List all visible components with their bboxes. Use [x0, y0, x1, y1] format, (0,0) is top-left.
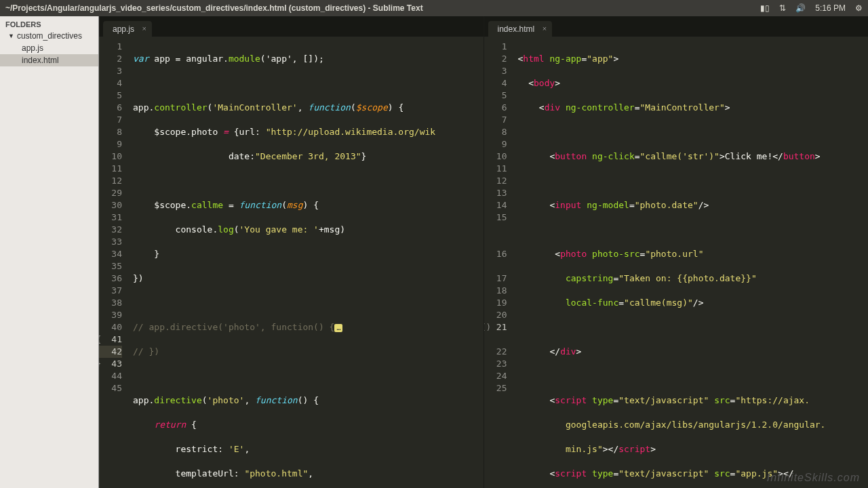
volume-icon: 🔊 [795, 3, 806, 13]
code-content-right[interactable]: <html ng-app="app"> <body> <div ng-contr… [515, 37, 869, 488]
editor-pane-left: app.js × 1 2 3 4 5 6 7 8 9 10 11 12 [99, 16, 484, 488]
code-content-left[interactable]: var app = angular.module('app', []); app… [130, 37, 484, 488]
tab-label: app.js [113, 24, 134, 34]
tabbar-left: app.js × [99, 16, 484, 37]
code-area-left[interactable]: 1 2 3 4 5 6 7 8 9 10 11 12 29 30 31 32 3 [99, 37, 484, 488]
watermark: InfiniteSkills.com [767, 472, 860, 484]
sidebar: FOLDERS ▼ custom_directives app.js index… [0, 16, 99, 488]
file-item-appjs[interactable]: app.js [0, 42, 98, 54]
tab-indexhtml[interactable]: index.html × [488, 21, 553, 37]
chevron-down-icon: ▼ [8, 33, 14, 39]
titlebar: ~/Projects/Angular/angularjs_video_serie… [0, 0, 868, 16]
folder-item[interactable]: ▼ custom_directives [0, 30, 98, 42]
battery-icon: ▮▯ [760, 3, 770, 13]
tab-label: index.html [498, 24, 535, 34]
file-item-indexhtml[interactable]: index.html [0, 54, 98, 66]
editor-pane-right: index.html × 1 2 3 4 5 6 7 8 9 10 11 1 [484, 16, 869, 488]
gutter-right: 1 2 3 4 5 6 7 8 9 10 11 12 13 14 15 [484, 37, 515, 488]
fold-marker[interactable]: … [334, 324, 342, 332]
settings-icon[interactable]: ⚙ [855, 3, 863, 13]
window-title: ~/Projects/Angular/angularjs_video_serie… [5, 3, 760, 13]
close-icon[interactable]: × [542, 24, 547, 33]
system-tray: ▮▯ ⇅ 🔊 5:16 PM ⚙ [760, 3, 863, 13]
sidebar-header: FOLDERS [0, 19, 98, 30]
close-icon[interactable]: × [142, 24, 146, 33]
clock: 5:16 PM [815, 3, 846, 13]
folder-label: custom_directives [17, 31, 82, 41]
code-area-right[interactable]: 1 2 3 4 5 6 7 8 9 10 11 12 13 14 15 [484, 37, 869, 488]
gutter-left: 1 2 3 4 5 6 7 8 9 10 11 12 29 30 31 32 3 [99, 37, 130, 488]
tabbar-right: index.html × [484, 16, 869, 37]
network-icon: ⇅ [779, 3, 786, 13]
tab-appjs[interactable]: app.js × [103, 21, 152, 37]
